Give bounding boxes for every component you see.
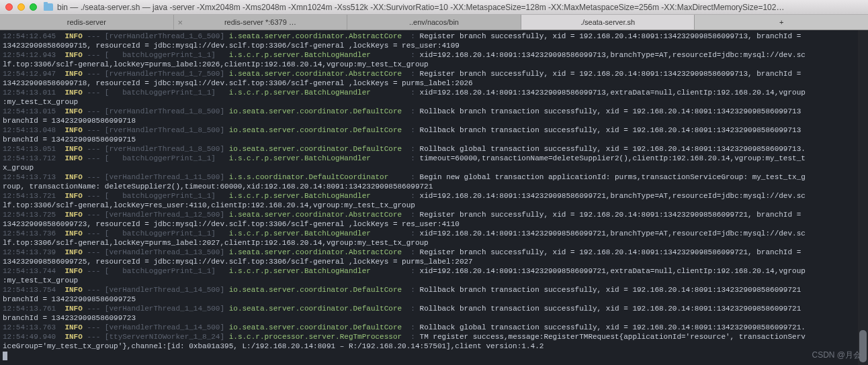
folder-icon (44, 3, 53, 11)
window-title: bin — ./seata-server.sh — java -server -… (57, 3, 863, 12)
minimize-icon[interactable] (17, 3, 25, 11)
tab-label: redis-server *:6379 … (224, 18, 296, 26)
tab-label: ..env/nacos/bin (409, 18, 459, 26)
close-tab-icon[interactable]: × (178, 17, 183, 28)
scrollbar-track[interactable] (858, 30, 868, 365)
traffic-lights (5, 3, 37, 11)
tab-label: ./seata-server.sh (580, 18, 635, 26)
tab-bar: redis-server ×redis-server *:6379 … ..en… (0, 15, 868, 30)
new-tab-button[interactable]: + (695, 15, 868, 30)
watermark-text: CSDN @月会 (812, 350, 861, 361)
tab-redis-server[interactable]: redis-server (0, 15, 174, 30)
tab-redis-server-6379[interactable]: ×redis-server *:6379 … (174, 15, 348, 30)
terminal-output[interactable]: 12:54:12.645 INFO --- [rverHandlerThread… (0, 30, 868, 364)
tab-nacos-bin[interactable]: ..env/nacos/bin (347, 15, 521, 30)
window-titlebar: bin — ./seata-server.sh — java -server -… (0, 0, 868, 15)
zoom-icon[interactable] (30, 3, 37, 11)
close-icon[interactable] (5, 3, 13, 11)
plus-icon: + (779, 18, 783, 26)
tab-label: redis-server (67, 18, 106, 26)
tab-seata-server[interactable]: ./seata-server.sh (521, 15, 695, 30)
